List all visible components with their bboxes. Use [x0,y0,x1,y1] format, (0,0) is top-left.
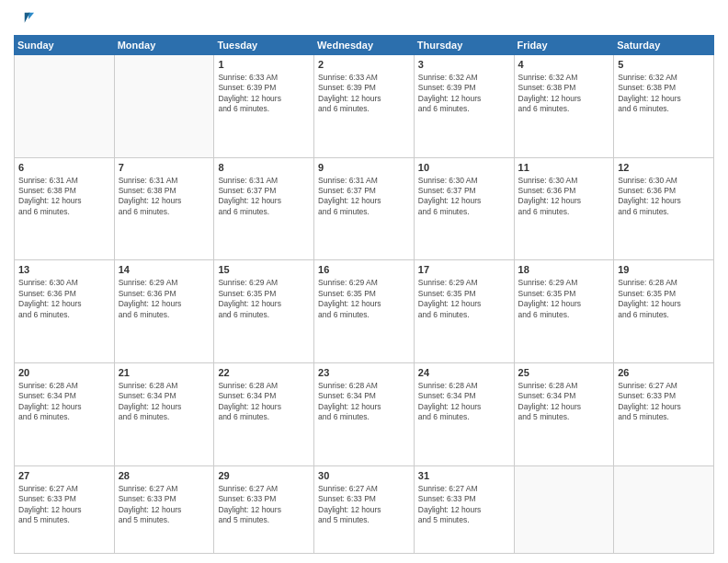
week-row-3: 13Sunrise: 6:30 AM Sunset: 6:36 PM Dayli… [15,260,714,363]
day-number: 31 [418,469,510,483]
day-number: 30 [318,469,410,483]
day-info: Sunrise: 6:29 AM Sunset: 6:35 PM Dayligh… [218,278,310,320]
day-info: Sunrise: 6:27 AM Sunset: 6:33 PM Dayligh… [18,484,110,526]
day-number: 1 [218,58,310,72]
day-info: Sunrise: 6:30 AM Sunset: 6:36 PM Dayligh… [618,176,710,218]
calendar-cell: 27Sunrise: 6:27 AM Sunset: 6:33 PM Dayli… [15,465,115,553]
day-info: Sunrise: 6:31 AM Sunset: 6:38 PM Dayligh… [119,176,210,218]
day-number: 4 [518,58,610,72]
calendar-cell: 2Sunrise: 6:33 AM Sunset: 6:39 PM Daylig… [314,55,415,158]
calendar-cell: 31Sunrise: 6:27 AM Sunset: 6:33 PM Dayli… [414,465,514,553]
day-number: 21 [119,366,210,380]
calendar-cell: 4Sunrise: 6:32 AM Sunset: 6:38 PM Daylig… [514,55,614,158]
day-number: 2 [318,58,410,72]
day-info: Sunrise: 6:27 AM Sunset: 6:33 PM Dayligh… [418,484,510,526]
day-info: Sunrise: 6:33 AM Sunset: 6:39 PM Dayligh… [318,73,410,115]
day-info: Sunrise: 6:28 AM Sunset: 6:34 PM Dayligh… [418,381,510,423]
calendar-cell [614,465,714,553]
calendar-cell: 17Sunrise: 6:29 AM Sunset: 6:35 PM Dayli… [414,260,514,363]
logo [14,9,38,29]
day-info: Sunrise: 6:32 AM Sunset: 6:38 PM Dayligh… [618,73,710,115]
calendar-cell: 23Sunrise: 6:28 AM Sunset: 6:34 PM Dayli… [314,363,415,466]
day-info: Sunrise: 6:27 AM Sunset: 6:33 PM Dayligh… [618,381,710,423]
calendar-cell: 18Sunrise: 6:29 AM Sunset: 6:35 PM Dayli… [514,260,614,363]
day-number: 7 [119,161,210,175]
day-info: Sunrise: 6:28 AM Sunset: 6:34 PM Dayligh… [218,381,310,423]
day-number: 23 [318,366,410,380]
day-info: Sunrise: 6:31 AM Sunset: 6:38 PM Dayligh… [18,176,110,218]
calendar-cell: 24Sunrise: 6:28 AM Sunset: 6:34 PM Dayli… [414,363,514,466]
calendar-cell: 29Sunrise: 6:27 AM Sunset: 6:33 PM Dayli… [214,465,314,553]
calendar-cell: 14Sunrise: 6:29 AM Sunset: 6:36 PM Dayli… [114,260,214,363]
day-number: 8 [218,161,310,175]
day-info: Sunrise: 6:29 AM Sunset: 6:35 PM Dayligh… [518,278,610,320]
calendar-cell [114,55,214,158]
page: SundayMondayTuesdayWednesdayThursdayFrid… [0,0,728,563]
day-number: 27 [18,469,110,483]
calendar: SundayMondayTuesdayWednesdayThursdayFrid… [14,35,714,554]
calendar-cell: 19Sunrise: 6:28 AM Sunset: 6:35 PM Dayli… [614,260,714,363]
weekday-header-wednesday: Wednesday [314,36,415,55]
calendar-cell: 8Sunrise: 6:31 AM Sunset: 6:37 PM Daylig… [214,157,314,260]
calendar-cell: 5Sunrise: 6:32 AM Sunset: 6:38 PM Daylig… [614,55,714,158]
calendar-cell: 30Sunrise: 6:27 AM Sunset: 6:33 PM Dayli… [314,465,415,553]
day-info: Sunrise: 6:28 AM Sunset: 6:34 PM Dayligh… [119,381,210,423]
day-number: 18 [518,263,610,277]
day-number: 3 [418,58,510,72]
day-number: 17 [418,263,510,277]
day-number: 6 [18,161,110,175]
day-info: Sunrise: 6:28 AM Sunset: 6:34 PM Dayligh… [318,381,410,423]
day-number: 22 [218,366,310,380]
day-number: 14 [119,263,210,277]
day-info: Sunrise: 6:27 AM Sunset: 6:33 PM Dayligh… [119,484,210,526]
calendar-cell: 20Sunrise: 6:28 AM Sunset: 6:34 PM Dayli… [15,363,115,466]
calendar-cell: 7Sunrise: 6:31 AM Sunset: 6:38 PM Daylig… [114,157,214,260]
calendar-cell: 21Sunrise: 6:28 AM Sunset: 6:34 PM Dayli… [114,363,214,466]
day-number: 10 [418,161,510,175]
day-info: Sunrise: 6:29 AM Sunset: 6:35 PM Dayligh… [318,278,410,320]
calendar-cell: 25Sunrise: 6:28 AM Sunset: 6:34 PM Dayli… [514,363,614,466]
day-info: Sunrise: 6:30 AM Sunset: 6:36 PM Dayligh… [518,176,610,218]
week-row-2: 6Sunrise: 6:31 AM Sunset: 6:38 PM Daylig… [15,157,714,260]
day-info: Sunrise: 6:28 AM Sunset: 6:35 PM Dayligh… [618,278,710,320]
day-info: Sunrise: 6:28 AM Sunset: 6:34 PM Dayligh… [18,381,110,423]
day-info: Sunrise: 6:32 AM Sunset: 6:39 PM Dayligh… [418,73,510,115]
day-info: Sunrise: 6:29 AM Sunset: 6:35 PM Dayligh… [418,278,510,320]
day-info: Sunrise: 6:32 AM Sunset: 6:38 PM Dayligh… [518,73,610,115]
day-info: Sunrise: 6:29 AM Sunset: 6:36 PM Dayligh… [119,278,210,320]
calendar-cell: 10Sunrise: 6:30 AM Sunset: 6:37 PM Dayli… [414,157,514,260]
calendar-cell: 22Sunrise: 6:28 AM Sunset: 6:34 PM Dayli… [214,363,314,466]
weekday-header-row: SundayMondayTuesdayWednesdayThursdayFrid… [15,36,714,55]
day-number: 11 [518,161,610,175]
calendar-cell: 12Sunrise: 6:30 AM Sunset: 6:36 PM Dayli… [614,157,714,260]
header [14,9,714,29]
weekday-header-saturday: Saturday [614,36,714,55]
calendar-cell: 11Sunrise: 6:30 AM Sunset: 6:36 PM Dayli… [514,157,614,260]
weekday-header-tuesday: Tuesday [214,36,314,55]
day-number: 15 [218,263,310,277]
calendar-cell: 3Sunrise: 6:32 AM Sunset: 6:39 PM Daylig… [414,55,514,158]
day-info: Sunrise: 6:30 AM Sunset: 6:37 PM Dayligh… [418,176,510,218]
calendar-cell: 26Sunrise: 6:27 AM Sunset: 6:33 PM Dayli… [614,363,714,466]
weekday-header-thursday: Thursday [414,36,514,55]
day-number: 25 [518,366,610,380]
day-number: 13 [18,263,110,277]
day-number: 16 [318,263,410,277]
logo-icon [14,9,34,29]
day-info: Sunrise: 6:30 AM Sunset: 6:36 PM Dayligh… [18,278,110,320]
week-row-4: 20Sunrise: 6:28 AM Sunset: 6:34 PM Dayli… [15,363,714,466]
weekday-header-sunday: Sunday [15,36,115,55]
day-number: 12 [618,161,710,175]
day-info: Sunrise: 6:27 AM Sunset: 6:33 PM Dayligh… [318,484,410,526]
day-number: 24 [418,366,510,380]
day-number: 26 [618,366,710,380]
day-info: Sunrise: 6:28 AM Sunset: 6:34 PM Dayligh… [518,381,610,423]
day-number: 20 [18,366,110,380]
week-row-1: 1Sunrise: 6:33 AM Sunset: 6:39 PM Daylig… [15,55,714,158]
day-number: 9 [318,161,410,175]
day-number: 19 [618,263,710,277]
weekday-header-friday: Friday [514,36,614,55]
calendar-cell: 6Sunrise: 6:31 AM Sunset: 6:38 PM Daylig… [15,157,115,260]
day-info: Sunrise: 6:33 AM Sunset: 6:39 PM Dayligh… [218,73,310,115]
day-number: 5 [618,58,710,72]
